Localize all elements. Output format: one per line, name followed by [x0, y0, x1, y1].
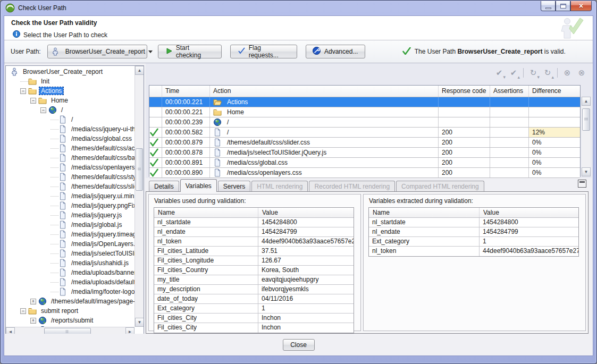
tree-item[interactable]: /media/js/OpenLayers.js [6, 239, 134, 249]
tab-details[interactable]: Details [149, 181, 179, 192]
stop-all-icon[interactable]: ⊗ [576, 67, 587, 79]
minimize-button[interactable] [541, 1, 556, 11]
variable-row[interactable]: Fil_cities_CountryKorea, South [154, 266, 354, 275]
variable-row[interactable]: Fil_cities_CityInchon [154, 323, 354, 333]
tree-item[interactable]: +/themes/default/images/page-bg [6, 297, 134, 306]
variable-row[interactable]: date_of_today04/11/2016 [154, 294, 354, 304]
tree-item[interactable]: /themes/default/css/accordio [6, 143, 134, 153]
maximize-button[interactable] [556, 1, 570, 11]
collapse-icon[interactable]: − [40, 107, 46, 113]
tab-servers[interactable]: Servers [218, 181, 250, 192]
variable-row[interactable]: my_descriptionifebvorqjyesmkls [154, 285, 354, 294]
tree-item[interactable]: /themes/default/css/style.css [6, 172, 134, 182]
collapse-icon[interactable]: − [30, 98, 36, 104]
results-row[interactable]: 00:00:00.239/ [149, 117, 580, 128]
tree-item[interactable]: −Actions [6, 86, 134, 96]
results-vertical-scrollbar[interactable]: ▲ ▼ [582, 97, 591, 176]
tree-item[interactable]: /media/uploads/banner_1437 [6, 268, 134, 277]
next-difference-icon[interactable]: ↻▾ [527, 67, 539, 79]
results-column-header[interactable]: Time [162, 86, 210, 97]
results-column-header[interactable]: Action [210, 86, 439, 97]
results-vscroll-thumb[interactable] [582, 108, 590, 131]
tree-item[interactable]: /media/css/openlayers.css [6, 163, 134, 172]
results-column-header[interactable]: Assertions [490, 86, 529, 97]
variable-row[interactable]: Ext_category1 [369, 237, 578, 247]
tree-item[interactable]: /themes/default/css/base.css [6, 153, 134, 163]
tree-item[interactable]: /media/css/jquery-ui-themero [6, 124, 134, 134]
tree-item[interactable]: BrowserUser_Create_report [6, 67, 134, 77]
tree-item[interactable]: /media/css/global.css [6, 134, 134, 143]
tree-connector [51, 244, 58, 244]
tree-item[interactable]: /media/js/jquery.js [6, 210, 134, 220]
results-column-header[interactable] [149, 86, 162, 97]
variable-row[interactable]: Fil_cities_Longitude126.67 [154, 256, 354, 266]
results-row[interactable]: 00:00:00.891/media/css/global.css2000% [149, 158, 580, 168]
start-checking-button[interactable]: Start checking [158, 45, 222, 58]
variables-column-header[interactable]: Value [480, 208, 578, 217]
advanced-button[interactable]: Advanced... [306, 45, 365, 58]
results-column-header[interactable]: Difference [529, 86, 580, 97]
variable-row[interactable]: nl_token44deef9040b63a93aace57657e273e..… [154, 237, 354, 247]
tree-item[interactable]: /media/uploads/default_map_ [6, 277, 134, 287]
close-window-button[interactable]: × [570, 1, 592, 11]
tree-item[interactable]: / [6, 115, 134, 124]
tree-item[interactable]: /media/js/ushahidi.js [6, 258, 134, 268]
variable-row[interactable]: nl_startdate1454284800 [369, 218, 578, 227]
variable-row[interactable]: nl_endate1454284799 [154, 227, 354, 237]
tree-item[interactable]: /media/js/jquery.pngFix.pack [6, 201, 134, 210]
tree-vscroll-thumb[interactable] [136, 148, 143, 191]
variables-column-header[interactable]: Name [369, 208, 480, 217]
tree-item[interactable]: /media/js/jquery.timeago.js [6, 230, 134, 239]
next-check-icon[interactable]: ✔▾ [493, 67, 505, 79]
tree-item[interactable]: /media/img/footer-logo.png [6, 287, 134, 297]
prev-check-icon[interactable]: ✔▴ [508, 67, 519, 79]
variables-used-group: Variables used during validation: NameVa… [148, 194, 361, 331]
collapse-icon[interactable]: − [20, 88, 26, 94]
page-icon [58, 211, 67, 219]
tree-item[interactable]: /media/js/selectToUISlider.jQ [6, 249, 134, 258]
results-row[interactable]: 00:00:00.582/20012% [149, 128, 580, 138]
results-row[interactable]: 00:00:00.221Actions [149, 97, 580, 107]
expand-icon[interactable]: + [30, 318, 36, 324]
variable-row[interactable]: nl_endate1454284799 [369, 227, 578, 237]
expand-icon[interactable]: + [30, 299, 36, 304]
tree-item[interactable]: +/reports/submit [6, 316, 134, 325]
variable-row[interactable]: Ext_category1 [154, 304, 354, 314]
results-column-header[interactable]: Response code [439, 86, 490, 97]
user-path-value: BrowserUser_Create_report [65, 48, 145, 55]
variable-row[interactable]: Fil_cities_CityInchon [154, 314, 354, 323]
variables-column-header[interactable]: Name [154, 208, 258, 217]
collapse-icon[interactable]: − [20, 308, 26, 314]
results-row[interactable]: 00:00:00.878/media/js/selectToUISlider.j… [149, 148, 580, 158]
user-path-dropdown[interactable]: BrowserUser_Create_report [47, 45, 147, 58]
tree-vertical-scrollbar[interactable]: ▲ ▼ [134, 66, 144, 327]
tree-item[interactable]: /media/js/jquery.ui.min.js [6, 191, 134, 201]
title-bar[interactable]: Check User Path × [1, 1, 596, 15]
tree-item[interactable]: /media/js/global.js [6, 220, 134, 230]
flag-requests-button[interactable]: Flag requests... [230, 45, 297, 58]
variable-row[interactable]: my_titleeavqitqjuqieehupgry [154, 275, 354, 285]
close-button[interactable]: Close [283, 339, 315, 351]
maximize-panel-icon[interactable] [578, 180, 586, 188]
tree-item[interactable]: −submit report [6, 306, 134, 316]
stop-icon[interactable]: ⊗ [561, 67, 573, 79]
scroll-down-icon[interactable]: ▼ [582, 167, 591, 176]
results-row[interactable]: 00:00:00.879/themes/default/css/slider.c… [149, 138, 580, 148]
variable-row[interactable]: nl_startdate1454284800 [154, 218, 354, 227]
tree-item[interactable]: −Home [6, 96, 134, 105]
tab-variables[interactable]: Variables [180, 179, 217, 192]
tree-item[interactable]: Init [6, 77, 134, 86]
scroll-up-icon[interactable]: ▲ [135, 66, 144, 75]
results-row[interactable]: 00:00:00.890/media/css/openlayers.css200… [149, 168, 580, 178]
folder-icon [213, 108, 222, 116]
variables-column-header[interactable]: Value [258, 208, 354, 217]
scroll-down-icon[interactable]: ▼ [135, 318, 144, 327]
variable-row[interactable]: nl_token44deef9040b63a93aace57657e273e36… [369, 247, 578, 256]
scroll-up-icon[interactable]: ▲ [582, 97, 591, 106]
tree-item[interactable]: /themes/default/css/slider.css [6, 182, 134, 191]
prev-difference-icon[interactable]: ↻▴ [542, 67, 553, 79]
results-row[interactable]: 00:00:00.221Home [149, 107, 580, 117]
variable-row[interactable]: Fil_cities_Latitude37.51 [154, 247, 354, 256]
tree-item[interactable]: −/ [6, 105, 134, 115]
tree-item-label: /themes/default/css/slider.css [70, 183, 134, 190]
